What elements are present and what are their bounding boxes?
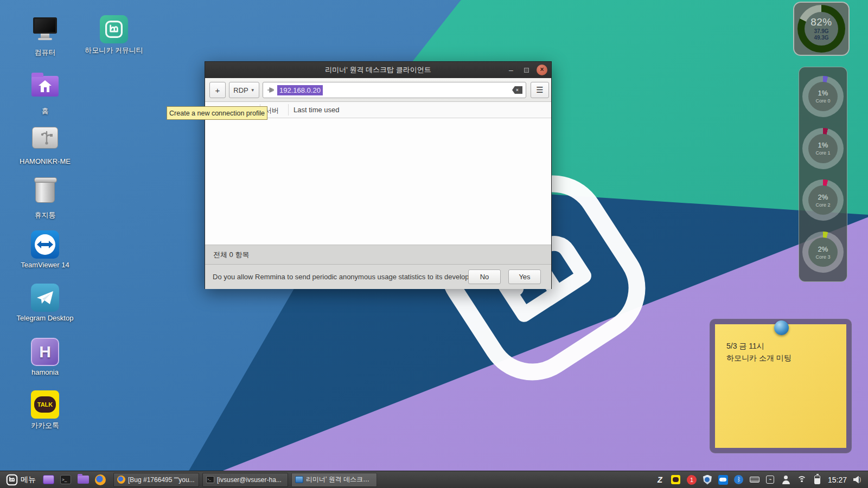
files-launcher[interactable] bbox=[76, 473, 90, 486]
core-label: Core 3 bbox=[815, 254, 830, 260]
protocol-dropdown[interactable]: RDP ▼ bbox=[229, 82, 259, 98]
core-percent: 1% bbox=[818, 141, 828, 149]
battery-icon[interactable] bbox=[812, 474, 823, 485]
volume-icon[interactable]: ) bbox=[852, 474, 863, 485]
keyboard-layout-icon[interactable] bbox=[749, 474, 760, 485]
task-label: 리미너' 원격 데스크탑 ... bbox=[306, 475, 373, 484]
core-label: Core 1 bbox=[815, 150, 830, 156]
cpu-core-donut: 2% Core 2 bbox=[802, 179, 844, 221]
telegram-icon bbox=[31, 284, 59, 312]
folder-icon bbox=[78, 476, 89, 484]
status-bar: 전체 0 항목 bbox=[205, 245, 551, 264]
sticky-note-pin-icon bbox=[774, 320, 789, 335]
core-percent: 1% bbox=[818, 89, 828, 97]
icon-label: Telegram Desktop bbox=[12, 314, 78, 322]
icon-label: 휴지통 bbox=[12, 210, 78, 220]
protocol-value: RDP bbox=[233, 86, 248, 94]
close-button[interactable]: × bbox=[535, 62, 549, 78]
disk-usage-widget: 82% 37.9G 49.3G bbox=[793, 2, 850, 56]
no-button[interactable]: No bbox=[468, 269, 501, 284]
kakaotalk-tray-icon[interactable] bbox=[671, 474, 681, 485]
tooltip: Create a new connection profile bbox=[167, 106, 267, 120]
task-label: [ivsuser@ivsuser-ha... bbox=[217, 476, 282, 484]
desktop-icon-hamonikr-community[interactable]: 하모니카 커뮤니티 bbox=[81, 15, 146, 55]
cpu-core-donut: 1% Core 1 bbox=[802, 128, 844, 169]
statistics-question: Do you allow Remmina to send periodic an… bbox=[213, 273, 483, 281]
task-terminal[interactable]: >_ [ivsuser@ivsuser-ha... bbox=[202, 473, 288, 487]
desktop-icon-kakaotalk[interactable]: TALK 카카오톡 bbox=[12, 390, 78, 431]
desktop-icon-home[interactable]: 홈 bbox=[12, 70, 78, 116]
clock[interactable]: 15:27 bbox=[828, 476, 847, 484]
desktop-icon-teamviewer[interactable]: TeamViewer 14 bbox=[12, 230, 78, 269]
maximize-icon bbox=[524, 68, 529, 73]
kakaotalk-icon: TALK bbox=[31, 390, 59, 419]
terminal-icon: >_ bbox=[60, 475, 71, 484]
computer-icon bbox=[31, 17, 59, 46]
shield-icon[interactable] bbox=[702, 474, 713, 485]
task-label: [Bug #1766495 ""you... bbox=[128, 476, 195, 484]
firefox-icon bbox=[117, 476, 125, 484]
desktop-icon-computer[interactable]: 컴퓨터 bbox=[12, 15, 78, 57]
desktop: 컴퓨터 하모니카 커뮤니티 홈 bbox=[0, 0, 868, 488]
firefox-launcher[interactable] bbox=[94, 473, 107, 486]
column-separator[interactable] bbox=[288, 104, 289, 115]
core-label: Core 0 bbox=[815, 98, 830, 104]
main-menu-button[interactable]: ☰ bbox=[531, 82, 549, 98]
icon-label: HAMONIKR-ME bbox=[12, 157, 78, 165]
window-title: 리미너' 원격 데스크탑 클라이언트 bbox=[325, 65, 431, 75]
column-last-time-used[interactable]: Last time used bbox=[293, 106, 340, 114]
icon-label: TeamViewer 14 bbox=[12, 261, 78, 269]
menu-button[interactable]: 메뉴 bbox=[2, 471, 40, 488]
cpu-core-donut: 2% Core 3 bbox=[802, 232, 844, 273]
core-percent: 2% bbox=[818, 193, 828, 201]
teamviewer-tray-icon[interactable]: ↔ bbox=[718, 474, 729, 485]
terminal-launcher[interactable]: >_ bbox=[59, 473, 72, 486]
server-address-selected-text: 192.168.0.20 bbox=[277, 85, 323, 95]
note-line1: 5/3 금 11시 bbox=[726, 340, 792, 352]
nimf-hangul-icon[interactable]: ⌁ bbox=[765, 474, 776, 485]
show-desktop-button[interactable] bbox=[42, 473, 55, 486]
system-tray: Z 1 ↔ ᛒ bbox=[655, 474, 866, 485]
cpu-core-donut: 1% Core 0 bbox=[802, 76, 844, 117]
total-items-text: 전체 0 항목 bbox=[213, 250, 249, 260]
usb-drive-icon bbox=[31, 127, 59, 155]
maximize-button[interactable] bbox=[520, 62, 533, 78]
new-connection-button[interactable]: + bbox=[209, 82, 226, 98]
icon-label: 카카오톡 bbox=[12, 421, 78, 431]
terminal-icon: >_ bbox=[206, 476, 214, 483]
remmina-window: 리미너' 원격 데스크탑 클라이언트 – × + RDP ▼ 192.168.0… bbox=[205, 61, 552, 289]
remmina-icon bbox=[295, 476, 303, 483]
window-titlebar[interactable]: 리미너' 원격 데스크탑 클라이언트 – × bbox=[205, 62, 551, 78]
note-line2: 하모니카 소개 미팅 bbox=[726, 352, 792, 364]
desktop-icon-hamonia[interactable]: H hamonia bbox=[12, 338, 78, 376]
taskbar: 메뉴 >_ [Bug #1766495 ""you... >_ [ivsuser… bbox=[0, 471, 868, 488]
wifi-icon[interactable] bbox=[796, 474, 807, 485]
menu-label: 메뉴 bbox=[21, 475, 36, 485]
connection-list-empty[interactable] bbox=[205, 118, 551, 245]
kakaotalk-badge-text: TALK bbox=[37, 401, 53, 408]
hamonia-icon: H bbox=[31, 338, 59, 366]
icon-label: 컴퓨터 bbox=[12, 48, 78, 57]
task-remmina[interactable]: 리미너' 원격 데스크탑 ... bbox=[291, 473, 377, 487]
minimize-button[interactable]: – bbox=[505, 62, 518, 78]
window-toolbar: + RDP ▼ 192.168.0.20 × ☰ bbox=[205, 78, 551, 102]
sticky-note-widget[interactable]: 5/3 금 11시 하모니카 소개 미팅 bbox=[710, 319, 852, 453]
desktop-icon-trash[interactable]: 휴지통 bbox=[12, 178, 78, 220]
chevron-down-icon: ▼ bbox=[251, 88, 255, 93]
task-firefox-bug[interactable]: [Bug #1766495 ""you... bbox=[113, 473, 199, 487]
icon-label: 하모니카 커뮤니티 bbox=[81, 46, 146, 55]
yes-button[interactable]: Yes bbox=[508, 269, 541, 284]
input-method-icon[interactable]: Z bbox=[655, 474, 666, 485]
desktop-icon-telegram[interactable]: Telegram Desktop bbox=[12, 284, 78, 322]
firefox-icon bbox=[95, 474, 106, 485]
teamviewer-icon bbox=[31, 230, 59, 259]
update-notifier-icon[interactable]: 1 bbox=[686, 474, 697, 485]
bluetooth-icon[interactable]: ᛒ bbox=[733, 474, 744, 485]
disk-used: 37.9G bbox=[814, 28, 828, 35]
clear-input-icon[interactable]: × bbox=[512, 86, 522, 94]
core-label: Core 2 bbox=[815, 202, 830, 208]
icon-label: 홈 bbox=[12, 106, 78, 116]
user-session-icon[interactable] bbox=[781, 474, 792, 485]
server-address-input[interactable]: 192.168.0.20 × bbox=[263, 82, 526, 98]
desktop-icon-usb-drive[interactable]: HAMONIKR-ME bbox=[12, 124, 78, 165]
